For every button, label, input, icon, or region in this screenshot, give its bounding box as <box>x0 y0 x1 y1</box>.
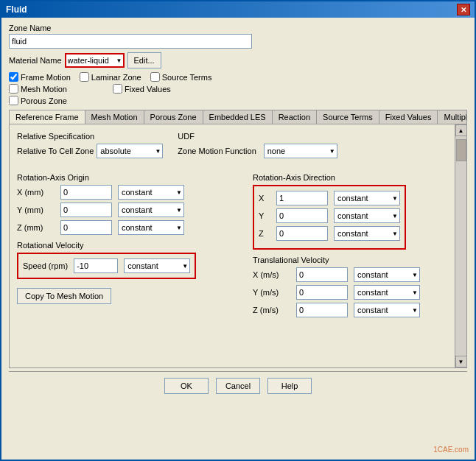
mesh-motion-checkbox-item[interactable]: Mesh Motion <box>9 84 67 94</box>
tab-fixed-values[interactable]: Fixed Values <box>379 110 438 124</box>
translational-velocity-group: Translational Velocity X (m/s) constant <box>253 256 459 317</box>
material-name-select[interactable]: water-liquid <box>65 53 125 68</box>
edit-button[interactable]: Edit... <box>127 52 161 68</box>
source-terms-checkbox-item[interactable]: Source Terms <box>150 72 212 82</box>
zone-motion-label: Zone Motion Function <box>178 147 256 155</box>
relative-udf-row: Relative Specification Relative To Cell … <box>17 132 459 167</box>
tab-source-terms[interactable]: Source Terms <box>317 110 379 124</box>
trans-y-label: Y (m/s) <box>253 288 293 297</box>
help-button[interactable]: Help <box>267 378 312 394</box>
mesh-motion-checkbox[interactable] <box>9 84 18 94</box>
trans-x-constant-select[interactable]: constant <box>354 267 420 282</box>
origin-x-constant-select[interactable]: constant <box>118 185 184 200</box>
title-bar-controls: ✕ <box>457 4 470 15</box>
udf-row: Zone Motion Function none <box>178 144 337 158</box>
material-select-wrapper: water-liquid <box>65 53 125 68</box>
fluid-dialog: Fluid ✕ Zone Name Material Name water-li… <box>0 0 476 461</box>
trans-z-input[interactable] <box>296 303 348 317</box>
zone-name-label: Zone Name <box>9 24 467 32</box>
dir-z-constant-select[interactable]: constant <box>334 226 400 241</box>
fixed-values-label: Fixed Values <box>125 85 171 94</box>
origin-z-row: Z (mm) constant <box>17 220 238 235</box>
speed-input[interactable] <box>74 258 118 273</box>
source-terms-label: Source Terms <box>162 73 212 82</box>
tab-content-wrapper: Relative Specification Relative To Cell … <box>10 124 466 367</box>
dir-z-input[interactable] <box>276 226 328 241</box>
scrollbar-track[interactable] <box>455 136 466 356</box>
rotation-axis-direction-label: Rotation-Axis Direction <box>253 173 459 182</box>
fixed-values-checkbox[interactable] <box>113 84 122 94</box>
porous-zone-label: Porous Zone <box>21 96 67 105</box>
zone-motion-select[interactable]: none <box>264 144 337 158</box>
udf-label: UDF <box>178 132 337 141</box>
zone-name-input[interactable] <box>9 34 252 49</box>
tab-mesh-motion[interactable]: Mesh Motion <box>85 110 144 124</box>
trans-x-label: X (m/s) <box>253 270 293 279</box>
fixed-values-checkbox-item[interactable]: Fixed Values <box>113 84 171 94</box>
trans-z-constant-select[interactable]: constant <box>354 303 420 317</box>
rotation-axis-origin-group: Rotation-Axis Origin X (mm) constant <box>17 173 238 235</box>
bottom-buttons: OK Cancel Help <box>9 371 467 400</box>
origin-y-constant-wrapper: constant <box>118 203 184 217</box>
dir-y-input[interactable] <box>276 208 328 223</box>
watermark: 1CAE.com <box>433 446 469 454</box>
trans-y-constant-select[interactable]: constant <box>354 285 420 300</box>
rotational-velocity-box: Speed (rpm) constant <box>17 253 196 279</box>
frame-motion-checkbox-item[interactable]: Frame Motion <box>9 72 71 82</box>
origin-x-constant-wrapper: constant <box>118 185 184 200</box>
close-button[interactable]: ✕ <box>457 4 470 15</box>
laminar-zone-label: Laminar Zone <box>91 73 141 82</box>
checkboxes-row-2: Mesh Motion Fixed Values <box>9 84 467 94</box>
main-content: Zone Name Material Name water-liquid Edi… <box>1 18 475 406</box>
origin-y-constant-select[interactable]: constant <box>118 203 184 217</box>
speed-constant-select[interactable]: constant <box>124 258 190 273</box>
tab-porous-zone[interactable]: Porous Zone <box>144 110 203 124</box>
porous-zone-checkbox[interactable] <box>9 96 18 105</box>
origin-z-label: Z (mm) <box>17 223 57 232</box>
rotation-axis-origin-label: Rotation-Axis Origin <box>17 173 238 182</box>
rotational-velocity-group: Rotational Velocity Speed (rpm) constant <box>17 241 238 304</box>
origin-x-input[interactable] <box>60 185 112 200</box>
origin-z-input[interactable] <box>60 220 112 235</box>
trans-x-constant-wrapper: constant <box>354 267 420 282</box>
origin-z-constant-select[interactable]: constant <box>118 220 184 235</box>
scrollbar-up-button[interactable]: ▲ <box>455 124 467 136</box>
trans-y-row: Y (m/s) constant <box>253 285 459 300</box>
relative-to-cell-row: Relative To Cell Zone absolute relative <box>17 144 163 158</box>
laminar-zone-checkbox-item[interactable]: Laminar Zone <box>80 72 141 82</box>
trans-y-input[interactable] <box>296 285 348 300</box>
tabs-container: Reference Frame Mesh Motion Porous Zone … <box>9 110 467 368</box>
dir-x-constant-select[interactable]: constant <box>334 191 400 205</box>
relative-to-cell-select[interactable]: absolute relative <box>97 144 163 158</box>
rotational-velocity-label: Rotational Velocity <box>17 241 238 250</box>
tab-reference-frame[interactable]: Reference Frame <box>10 110 85 124</box>
porous-zone-checkbox-item[interactable]: Porous Zone <box>9 96 67 105</box>
scrollbar[interactable]: ▲ ▼ <box>455 124 466 367</box>
tab-reaction[interactable]: Reaction <box>273 110 317 124</box>
dir-z-constant-wrapper: constant <box>334 226 400 241</box>
dir-y-constant-wrapper: constant <box>334 208 400 223</box>
laminar-zone-checkbox[interactable] <box>80 72 89 82</box>
tab-embedded-les[interactable]: Embedded LES <box>203 110 273 124</box>
ok-button[interactable]: OK <box>164 378 209 394</box>
two-column-section: Rotation-Axis Origin X (mm) constant <box>17 173 459 323</box>
trans-z-constant-wrapper: constant <box>354 303 420 317</box>
reference-frame-content: Relative Specification Relative To Cell … <box>10 124 466 367</box>
cancel-button[interactable]: Cancel <box>216 378 260 394</box>
scrollbar-down-button[interactable]: ▼ <box>455 356 467 367</box>
tab-multiphase[interactable]: Multiphase <box>438 110 466 124</box>
scrollbar-thumb[interactable] <box>456 139 466 161</box>
material-name-label: Material Name <box>9 56 62 65</box>
speed-row: Speed (rpm) constant <box>23 258 190 273</box>
origin-y-input[interactable] <box>60 203 112 217</box>
dir-y-constant-select[interactable]: constant <box>334 208 400 223</box>
origin-y-row: Y (mm) constant <box>17 203 238 217</box>
dir-x-constant-wrapper: constant <box>334 191 400 205</box>
udf-section: UDF Zone Motion Function none <box>178 132 337 161</box>
trans-x-input[interactable] <box>296 267 348 282</box>
copy-to-mesh-motion-button[interactable]: Copy To Mesh Motion <box>17 288 111 304</box>
frame-motion-checkbox[interactable] <box>9 72 18 82</box>
dir-x-input[interactable] <box>276 191 328 205</box>
source-terms-checkbox[interactable] <box>150 72 160 82</box>
relative-to-cell-label: Relative To Cell Zone <box>17 147 94 155</box>
